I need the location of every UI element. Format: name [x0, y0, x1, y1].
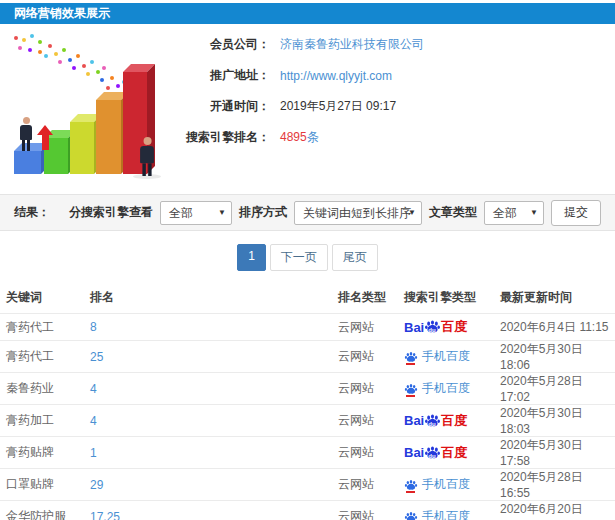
- header-rank: 排名: [84, 281, 332, 314]
- engine-view-label: 分搜索引擎查看: [69, 204, 153, 221]
- bar-orange: [96, 100, 121, 174]
- table-row: 膏药加工 4 云网站 Baidu百度 2020年5月30日 18:03: [0, 405, 615, 437]
- rank-type-cell: 云网站: [332, 373, 398, 405]
- baidu-pc-bai: Bai: [404, 445, 424, 460]
- keyword-cell: 秦鲁药业: [0, 373, 84, 405]
- article-type-select[interactable]: 全部 ▼: [484, 201, 544, 225]
- baidu-mobile-label: 手机百度: [422, 380, 470, 397]
- results-table-body: 膏药代工 8 云网站 Baidu百度 2020年6月4日 11:15 膏药代工 …: [0, 314, 615, 520]
- keyword-cell: 膏药代工: [0, 314, 84, 341]
- promo-url-row: 推广地址： http://www.qlyyjt.com: [178, 67, 424, 84]
- baidu-mobile-label: 手机百度: [422, 476, 470, 493]
- baidu-pc-bai: Bai: [404, 413, 424, 428]
- baidu-pc-logo: Baidu百度: [404, 412, 467, 430]
- businessman-left-figure: [18, 117, 34, 151]
- baidu-pc-du: du: [428, 327, 435, 333]
- rank-type-cell: 云网站: [332, 501, 398, 520]
- promo-url-link[interactable]: http://www.qlyyjt.com: [280, 69, 392, 83]
- rank-link[interactable]: 29: [90, 478, 103, 492]
- result-label: 结果：: [14, 204, 50, 221]
- baidu-pc-logo: Baidu百度: [404, 318, 467, 336]
- rank-type-cell: 云网站: [332, 314, 398, 341]
- baidu-mobile-logo: 手机百度: [404, 508, 470, 520]
- chevron-down-icon: ▼: [530, 202, 538, 224]
- page-header: 网络营销效果展示: [0, 3, 615, 24]
- rank-type-cell: 云网站: [332, 437, 398, 469]
- table-row: 口罩贴牌 29 云网站 手机百度 2020年5月28日 16:55: [0, 469, 615, 501]
- member-info-section: 会员公司： 济南秦鲁药业科技有限公司 推广地址： http://www.qlyy…: [0, 24, 615, 186]
- update-time-cell: 2020年5月28日 17:02: [494, 373, 615, 405]
- rank-unit: 条: [307, 130, 319, 144]
- member-info-fields: 会员公司： 济南秦鲁药业科技有限公司 推广地址： http://www.qlyy…: [178, 36, 424, 146]
- baidu-mobile-label: 手机百度: [422, 348, 470, 365]
- results-table: 关键词 排名 排名类型 搜索引擎类型 最新更新时间 膏药代工 8 云网站 Bai…: [0, 281, 615, 520]
- keyword-cell: 膏药加工: [0, 405, 84, 437]
- update-time-cell: 2020年5月28日 16:55: [494, 469, 615, 501]
- update-time-cell: 2020年6月4日 11:15: [494, 314, 615, 341]
- baidu-paw-icon: [404, 350, 418, 363]
- open-time-label: 开通时间：: [178, 98, 270, 115]
- baidu-mobile-label: 手机百度: [422, 508, 470, 520]
- next-page-button[interactable]: 下一页: [270, 244, 328, 271]
- bar-yellow: [70, 122, 94, 174]
- businessman-right-figure: [138, 137, 156, 176]
- update-time-cell: 2020年5月30日 18:06: [494, 341, 615, 373]
- sort-label: 排序方式: [239, 204, 287, 221]
- rank-link[interactable]: 4: [90, 382, 97, 396]
- sort-select[interactable]: 关键词由短到长排序 ▼: [294, 201, 422, 225]
- update-time-cell: 2020年5月30日 17:58: [494, 437, 615, 469]
- chevron-down-icon: ▼: [218, 202, 226, 224]
- update-time-cell: 2020年6月20日 09:25: [494, 501, 615, 520]
- header-rank-type: 排名类型: [332, 281, 398, 314]
- article-type-label: 文章类型: [429, 204, 477, 221]
- filter-bar: 结果： 分搜索引擎查看 全部 ▼ 排序方式 关键词由短到长排序 ▼ 文章类型 全…: [0, 194, 615, 231]
- keyword-cell: 口罩贴牌: [0, 469, 84, 501]
- article-type-selected: 全部: [493, 206, 517, 220]
- header-keyword: 关键词: [0, 281, 84, 314]
- filter-controls: 分搜索引擎查看 全部 ▼ 排序方式 关键词由短到长排序 ▼ 文章类型 全部 ▼ …: [69, 200, 601, 226]
- table-row: 金华防护服 17,25 云网站 手机百度 2020年6月20日 09:25: [0, 501, 615, 520]
- table-row: 秦鲁药业 4 云网站 手机百度 2020年5月28日 17:02: [0, 373, 615, 405]
- baidu-mobile-logo: 手机百度: [404, 348, 470, 365]
- rank-type-cell: 云网站: [332, 405, 398, 437]
- member-company-label: 会员公司：: [178, 36, 270, 53]
- rank-link[interactable]: 17,25: [90, 510, 120, 520]
- baidu-pc-bai: Bai: [404, 320, 424, 335]
- last-page-button[interactable]: 尾页: [332, 244, 378, 271]
- open-time-row: 开通时间： 2019年5月27日 09:17: [178, 98, 424, 115]
- keyword-cell: 膏药代工: [0, 341, 84, 373]
- sort-selected: 关键词由短到长排序: [303, 206, 411, 220]
- promo-url-label: 推广地址：: [178, 67, 270, 84]
- update-time-cell: 2020年5月30日 18:03: [494, 405, 615, 437]
- member-company-row: 会员公司： 济南秦鲁药业科技有限公司: [178, 36, 424, 53]
- submit-button[interactable]: 提交: [551, 200, 601, 226]
- baidu-pc-cn: 百度: [441, 412, 467, 430]
- table-row: 膏药代工 8 云网站 Baidu百度 2020年6月4日 11:15: [0, 314, 615, 341]
- page-1-button[interactable]: 1: [237, 244, 266, 271]
- engine-rank-label: 搜索引擎排名：: [178, 129, 270, 146]
- baidu-pc-cn: 百度: [441, 318, 467, 336]
- rank-count: 4895: [280, 130, 307, 144]
- rank-link[interactable]: 8: [90, 320, 97, 334]
- table-row: 膏药代工 25 云网站 手机百度 2020年5月30日 18:06: [0, 341, 615, 373]
- baidu-paw-icon: [404, 478, 418, 491]
- baidu-mobile-logo: 手机百度: [404, 476, 470, 493]
- member-company-link[interactable]: 济南秦鲁药业科技有限公司: [280, 36, 424, 53]
- rank-link[interactable]: 25: [90, 350, 103, 364]
- header-update-time: 最新更新时间: [494, 281, 615, 314]
- confetti-dots: [14, 36, 18, 40]
- pagination: 1 下一页 尾页: [0, 244, 615, 271]
- baidu-mobile-logo: 手机百度: [404, 380, 470, 397]
- engine-rank-value: 4895条: [280, 129, 319, 146]
- table-header-row: 关键词 排名 排名类型 搜索引擎类型 最新更新时间: [0, 281, 615, 314]
- rank-link[interactable]: 4: [90, 414, 97, 428]
- baidu-paw-icon: [404, 510, 418, 520]
- engine-view-select[interactable]: 全部 ▼: [160, 201, 232, 225]
- engine-rank-row: 搜索引擎排名： 4895条: [178, 129, 424, 146]
- rank-link[interactable]: 1: [90, 446, 97, 460]
- baidu-pc-logo: Baidu百度: [404, 444, 467, 462]
- growth-chart-illustration: [0, 30, 175, 182]
- rank-type-cell: 云网站: [332, 469, 398, 501]
- up-arrow-icon: [37, 125, 53, 150]
- table-row: 膏药贴牌 1 云网站 Baidu百度 2020年5月30日 17:58: [0, 437, 615, 469]
